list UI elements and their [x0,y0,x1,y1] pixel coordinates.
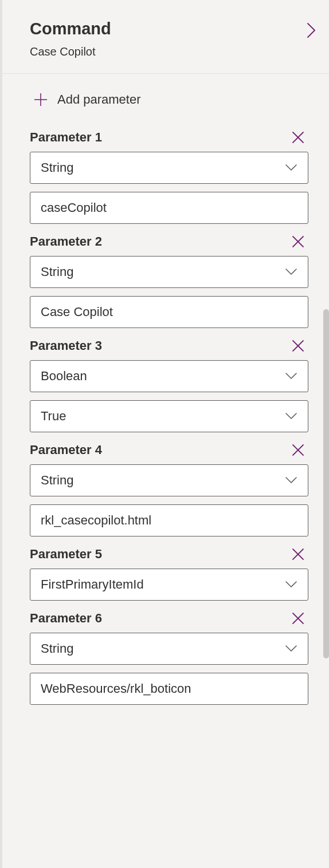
parameter-label: Parameter 1 [30,130,102,145]
remove-parameter-button[interactable] [291,339,308,353]
close-icon [291,235,305,248]
parameter-value: caseCopilot [41,200,107,215]
chevron-down-icon [285,372,297,380]
close-icon [291,547,305,561]
parameter-type-select[interactable]: FirstPrimaryItemId [30,569,308,601]
chevron-right-icon [306,22,316,39]
parameter-label: Parameter 5 [30,547,102,562]
parameter-type-select[interactable]: String [30,464,308,496]
chevron-down-icon [285,476,297,484]
parameter-value-select[interactable]: True [30,400,308,432]
parameter-header: Parameter 2 [30,234,308,249]
parameter-header: Parameter 1 [30,130,308,145]
parameter-header: Parameter 6 [30,611,308,626]
parameter-header: Parameter 3 [30,338,308,353]
close-icon [291,611,305,625]
chevron-down-icon [285,412,297,420]
remove-parameter-button[interactable] [291,547,308,561]
parameter-value-input[interactable]: Case Copilot [30,296,308,328]
close-icon [291,339,305,353]
add-parameter-label: Add parameter [57,92,141,107]
parameter-label: Parameter 2 [30,234,102,249]
plus-icon [33,92,48,107]
parameter-type-select[interactable]: String [30,152,308,184]
parameter-type-value: String [41,473,73,488]
parameter-type-value: String [41,265,73,279]
expand-button[interactable] [306,22,316,39]
close-icon [291,443,305,457]
chevron-down-icon [285,581,297,589]
parameter-label: Parameter 6 [30,611,102,626]
parameter-value: True [41,409,66,424]
remove-parameter-button[interactable] [291,443,308,457]
parameter-block: Parameter 5FirstPrimaryItemId [30,547,308,601]
parameter-block: Parameter 6StringWebResources/rkl_botico… [30,611,308,705]
parameter-type-select[interactable]: String [30,256,308,288]
panel-header: Command Case Copilot [2,0,329,74]
parameter-type-select[interactable]: String [30,633,308,665]
parameter-type-value: String [41,160,73,175]
chevron-down-icon [285,164,297,172]
remove-parameter-button[interactable] [291,131,308,144]
remove-parameter-button[interactable] [291,235,308,248]
parameter-value-input[interactable]: rkl_casecopilot.html [30,504,308,536]
parameter-type-value: String [41,641,73,656]
parameter-label: Parameter 3 [30,338,102,353]
parameter-label: Parameter 4 [30,443,102,457]
parameter-header: Parameter 5 [30,547,308,562]
parameters-list: Parameter 1StringcaseCopilotParameter 2S… [30,130,308,705]
parameter-block: Parameter 2StringCase Copilot [30,234,308,328]
panel-subtitle: Case Copilot [30,45,312,58]
parameter-type-value: FirstPrimaryItemId [41,577,144,592]
remove-parameter-button[interactable] [291,611,308,625]
parameter-value-input[interactable]: caseCopilot [30,192,308,224]
chevron-down-icon [285,645,297,653]
parameter-value: rkl_casecopilot.html [41,513,151,528]
scrollbar[interactable] [323,309,329,658]
parameter-type-select[interactable]: Boolean [30,360,308,392]
chevron-down-icon [285,268,297,276]
command-panel: Command Case Copilot Add parameter Param… [0,0,329,868]
parameter-value: Case Copilot [41,305,113,319]
parameter-block: Parameter 1StringcaseCopilot [30,130,308,224]
close-icon [291,131,305,144]
parameter-header: Parameter 4 [30,443,308,457]
add-parameter-button[interactable]: Add parameter [30,80,308,120]
parameter-value: WebResources/rkl_boticon [41,681,191,696]
panel-title: Command [30,19,312,38]
parameter-block: Parameter 4Stringrkl_casecopilot.html [30,443,308,536]
parameter-value-input[interactable]: WebResources/rkl_boticon [30,673,308,705]
parameter-type-value: Boolean [41,369,87,384]
parameter-block: Parameter 3BooleanTrue [30,338,308,432]
panel-body: Add parameter Parameter 1StringcaseCopil… [2,74,329,724]
